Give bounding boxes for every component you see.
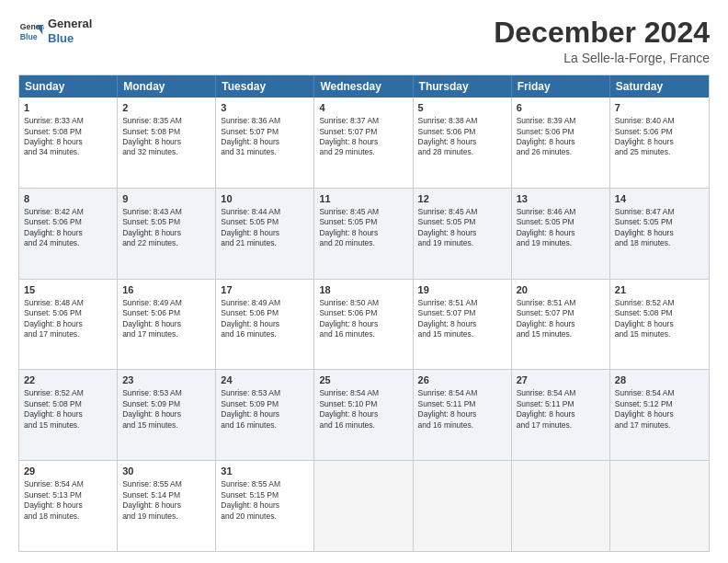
day-info-line: Daylight: 8 hours (517, 409, 605, 419)
calendar-header: SundayMondayTuesdayWednesdayThursdayFrid… (19, 75, 709, 98)
day-info-line: Sunset: 5:05 PM (319, 217, 407, 227)
day-info-line: Sunset: 5:14 PM (122, 490, 210, 500)
day-info-line: Sunset: 5:05 PM (122, 217, 210, 227)
day-info-line: and 29 minutes. (319, 147, 407, 157)
day-info-line: Sunset: 5:11 PM (418, 399, 506, 409)
day-info-line: and 17 minutes. (24, 329, 112, 339)
day-number: 1 (24, 101, 112, 115)
day-number: 28 (615, 373, 704, 387)
day-number: 11 (319, 192, 407, 206)
day-info-line: Sunset: 5:08 PM (24, 127, 112, 137)
day-number: 29 (24, 465, 112, 478)
calendar-cell: 29Sunrise: 8:54 AMSunset: 5:13 PMDayligh… (19, 461, 118, 551)
day-info-line: Sunrise: 8:53 AM (122, 388, 210, 398)
calendar-cell: 5Sunrise: 8:38 AMSunset: 5:06 PMDaylight… (414, 98, 512, 188)
day-info-line: Sunset: 5:06 PM (221, 308, 309, 318)
calendar: SundayMondayTuesdayWednesdayThursdayFrid… (18, 75, 710, 552)
calendar-cell: 11Sunrise: 8:45 AMSunset: 5:05 PMDayligh… (314, 189, 413, 279)
day-info-line: Daylight: 8 hours (517, 228, 605, 238)
day-info-line: and 26 minutes. (517, 147, 605, 157)
location: La Selle-la-Forge, France (494, 51, 710, 65)
calendar-cell: 8Sunrise: 8:42 AMSunset: 5:06 PMDaylight… (19, 189, 118, 279)
calendar-cell: 1Sunrise: 8:33 AMSunset: 5:08 PMDaylight… (19, 98, 118, 188)
day-info-line: Sunset: 5:06 PM (24, 217, 112, 227)
day-info-line: Sunrise: 8:45 AM (319, 207, 407, 217)
day-info-line: Daylight: 8 hours (24, 500, 112, 511)
day-info-line: Sunset: 5:13 PM (24, 490, 112, 500)
day-info-line: Daylight: 8 hours (221, 319, 309, 329)
header-day-monday: Monday (118, 75, 216, 98)
calendar-cell: 4Sunrise: 8:37 AMSunset: 5:07 PMDaylight… (314, 98, 413, 188)
day-info-line: and 24 minutes. (24, 238, 112, 248)
header-day-sunday: Sunday (19, 75, 118, 98)
day-number: 21 (615, 283, 704, 297)
calendar-cell: 23Sunrise: 8:53 AMSunset: 5:09 PMDayligh… (118, 370, 216, 460)
header-day-saturday: Saturday (610, 75, 709, 98)
day-info-line: and 16 minutes. (319, 420, 407, 431)
day-number: 6 (517, 101, 605, 115)
day-info-line: Sunset: 5:05 PM (517, 217, 605, 227)
logo: General Blue General Blue (18, 17, 92, 45)
calendar-cell: 9Sunrise: 8:43 AMSunset: 5:05 PMDaylight… (118, 189, 216, 279)
day-info-line: and 18 minutes. (24, 511, 112, 522)
day-info-line: Sunset: 5:09 PM (122, 399, 210, 409)
day-info-line: Sunset: 5:07 PM (517, 308, 605, 318)
day-info-line: Sunrise: 8:54 AM (615, 388, 704, 398)
day-info-line: Sunset: 5:06 PM (517, 127, 605, 137)
day-info-line: Sunrise: 8:52 AM (24, 388, 112, 398)
header-day-friday: Friday (512, 75, 610, 98)
svg-text:Blue: Blue (20, 31, 38, 40)
logo-text-line2: Blue (48, 31, 92, 46)
calendar-cell: 7Sunrise: 8:40 AMSunset: 5:06 PMDaylight… (610, 98, 709, 188)
calendar-cell: 26Sunrise: 8:54 AMSunset: 5:11 PMDayligh… (414, 370, 512, 460)
day-number: 24 (221, 373, 309, 387)
day-info-line: Daylight: 8 hours (122, 137, 210, 147)
day-info-line: Daylight: 8 hours (615, 409, 704, 419)
calendar-cell: 14Sunrise: 8:47 AMSunset: 5:05 PMDayligh… (610, 189, 709, 279)
day-info-line: and 31 minutes. (221, 147, 309, 157)
day-info-line: and 15 minutes. (122, 420, 210, 431)
day-info-line: Daylight: 8 hours (319, 409, 407, 419)
calendar-body: 1Sunrise: 8:33 AMSunset: 5:08 PMDaylight… (19, 98, 709, 551)
calendar-cell: 3Sunrise: 8:36 AMSunset: 5:07 PMDaylight… (216, 98, 314, 188)
day-info-line: Daylight: 8 hours (418, 319, 506, 329)
calendar-cell: 12Sunrise: 8:45 AMSunset: 5:05 PMDayligh… (414, 189, 512, 279)
day-number: 10 (221, 192, 309, 206)
calendar-cell: 16Sunrise: 8:49 AMSunset: 5:06 PMDayligh… (118, 280, 216, 370)
day-info-line: Sunset: 5:07 PM (319, 127, 407, 137)
day-info-line: Sunrise: 8:44 AM (221, 207, 309, 217)
day-info-line: Daylight: 8 hours (122, 319, 210, 329)
day-number: 25 (319, 373, 407, 387)
day-info-line: Sunrise: 8:50 AM (319, 298, 407, 308)
calendar-cell: 19Sunrise: 8:51 AMSunset: 5:07 PMDayligh… (414, 280, 512, 370)
day-info-line: and 16 minutes. (221, 420, 309, 431)
day-info-line: Daylight: 8 hours (24, 409, 112, 419)
day-info-line: Sunrise: 8:49 AM (221, 298, 309, 308)
day-info-line: Sunset: 5:06 PM (24, 308, 112, 318)
calendar-cell (610, 461, 709, 551)
day-info-line: Sunset: 5:08 PM (122, 127, 210, 137)
calendar-cell: 20Sunrise: 8:51 AMSunset: 5:07 PMDayligh… (512, 280, 610, 370)
day-info-line: and 15 minutes. (418, 329, 506, 339)
day-info-line: Sunrise: 8:40 AM (615, 116, 704, 126)
day-info-line: Daylight: 8 hours (418, 137, 506, 147)
day-info-line: and 15 minutes. (517, 329, 605, 339)
calendar-cell: 25Sunrise: 8:54 AMSunset: 5:10 PMDayligh… (314, 370, 413, 460)
day-info-line: Daylight: 8 hours (615, 319, 704, 329)
day-info-line: and 34 minutes. (24, 147, 112, 157)
day-info-line: and 17 minutes. (517, 420, 605, 431)
day-number: 26 (418, 373, 506, 387)
day-info-line: Sunrise: 8:38 AM (418, 116, 506, 126)
day-info-line: and 19 minutes. (418, 238, 506, 248)
day-info-line: Daylight: 8 hours (517, 137, 605, 147)
day-info-line: and 32 minutes. (122, 147, 210, 157)
day-number: 9 (122, 192, 210, 206)
day-info-line: and 18 minutes. (615, 238, 704, 248)
day-info-line: Daylight: 8 hours (319, 319, 407, 329)
day-number: 17 (221, 283, 309, 297)
calendar-cell: 24Sunrise: 8:53 AMSunset: 5:09 PMDayligh… (216, 370, 314, 460)
calendar-cell (414, 461, 512, 551)
day-number: 3 (221, 101, 309, 115)
day-info-line: Sunrise: 8:54 AM (418, 388, 506, 398)
day-info-line: Daylight: 8 hours (319, 228, 407, 238)
